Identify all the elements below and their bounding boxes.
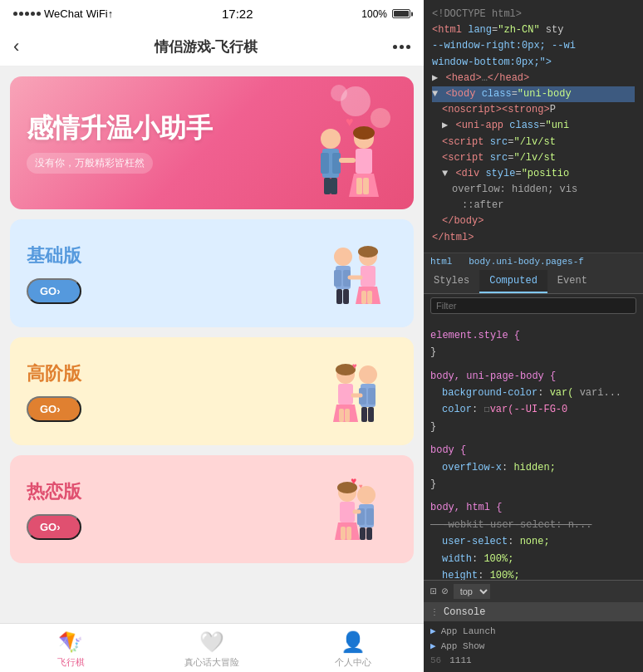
css-rule-webkit-select: -webkit-user-select: n...	[430, 517, 636, 533]
console-row-2: ▶ App Show	[430, 640, 636, 655]
svg-point-2	[331, 85, 347, 101]
svg-rect-35	[345, 409, 350, 422]
html-line-3: --window-right:0px; --wi	[432, 38, 635, 54]
card-basic-title: 基础版	[27, 243, 81, 268]
card-basic: 基础版 GO›	[10, 219, 414, 327]
tab-computed[interactable]: Computed	[479, 270, 547, 293]
svg-rect-19	[334, 270, 341, 287]
filter-input[interactable]	[430, 297, 636, 314]
svg-text:♥: ♥	[352, 361, 357, 370]
svg-point-17	[334, 248, 352, 266]
tab-profile-label: 个人中心	[335, 656, 371, 669]
status-right: 100%	[361, 8, 410, 20]
svg-rect-21	[336, 289, 342, 304]
css-rule-width: width: 100%;	[430, 551, 636, 567]
tab-flight-chess[interactable]: 🪁 飞行棋	[0, 630, 141, 669]
svg-rect-11	[356, 149, 372, 174]
console-text-2: App Show	[441, 640, 485, 655]
battery-icon	[392, 9, 410, 18]
svg-rect-55	[366, 527, 372, 540]
card-advanced-title: 高阶版	[27, 361, 81, 386]
svg-rect-53	[366, 508, 374, 525]
toolbar-context-select[interactable]: top	[454, 584, 490, 599]
svg-rect-28	[367, 291, 372, 304]
tab-flight-chess-label: 飞行棋	[57, 656, 85, 669]
svg-rect-5	[321, 153, 329, 174]
tab-profile[interactable]: 👤 个人中心	[282, 630, 424, 669]
html-line-14: </body>	[432, 213, 635, 229]
css-rule-overflow: overflow-x: hidden;	[430, 459, 636, 476]
console-text-1: App Launch	[441, 625, 496, 640]
svg-rect-13	[356, 178, 362, 194]
card-romance-image: ♥ ♥	[314, 472, 397, 547]
banner-subtitle: 没有你，万般精彩皆枉然	[27, 153, 153, 174]
card-advanced: 高阶版 GO›	[10, 337, 414, 445]
svg-point-1	[371, 108, 390, 128]
devtools-panel: <!DOCTYPE html> <html lang="zh-CN" sty -…	[424, 0, 643, 672]
tab-styles[interactable]: Styles	[424, 270, 479, 293]
card-romance-go-button[interactable]: GO›	[27, 514, 81, 540]
svg-rect-49	[346, 527, 351, 540]
svg-rect-27	[361, 291, 366, 304]
card-romance: 热恋版 GO›	[10, 455, 414, 563]
card-advanced-left: 高阶版 GO›	[27, 361, 81, 422]
css-rule-body2-selector: body {	[430, 442, 636, 459]
svg-rect-39	[368, 388, 375, 405]
html-line-2: <html lang="zh-CN" sty	[432, 22, 635, 38]
signal-dot-1	[13, 12, 17, 16]
tab-event[interactable]: Event	[547, 270, 597, 293]
html-line-6[interactable]: ▼ <body class="uni-body	[432, 86, 635, 102]
signal-dot-2	[19, 12, 23, 16]
console-toggle-icon: ⋮	[430, 607, 439, 617]
css-rules-section: element.style { } body, uni-page-body { …	[424, 317, 643, 580]
more-dot-1	[393, 45, 397, 49]
tab-bar: 🪁 飞行棋 🤍 真心话大冒险 👤 个人中心	[0, 623, 424, 672]
content-area: 感情升温小助手 没有你，万般精彩皆枉然	[0, 66, 424, 623]
card-basic-go-button[interactable]: GO›	[27, 278, 81, 304]
breadcrumb-html[interactable]: html	[430, 257, 452, 267]
signal-dot-4	[31, 12, 35, 16]
toolbar-block-btn[interactable]: ⊘	[442, 585, 449, 598]
svg-text:♥: ♥	[351, 475, 356, 487]
console-row-1: ▶ App Launch	[430, 625, 636, 640]
card-romance-left: 热恋版 GO›	[27, 479, 81, 540]
devtools-breadcrumb: html body.uni-body.pages-f	[424, 253, 643, 270]
card-advanced-go-button[interactable]: GO›	[27, 396, 81, 422]
more-button[interactable]	[393, 45, 410, 49]
html-line-10: <script src="/lv/st	[432, 150, 635, 166]
svg-rect-25	[361, 266, 375, 287]
more-dot-2	[400, 45, 404, 49]
banner: 感情升温小助手 没有你，万般精彩皆枉然	[10, 76, 414, 209]
tab-truth-dare[interactable]: 🤍 真心话大冒险	[141, 630, 282, 669]
svg-text:♥: ♥	[359, 483, 363, 490]
html-line-5: ▶ <head>…</head>	[432, 71, 635, 86]
devtools-filter-container	[424, 294, 643, 317]
nav-title: 情侣游戏-飞行棋	[155, 37, 258, 56]
app-name: WeChat	[44, 7, 83, 20]
console-arrow-icon-1: ▶	[430, 625, 436, 640]
signal-dots	[13, 12, 41, 16]
css-rule-body2-close: }	[430, 476, 636, 493]
battery-percent: 100%	[361, 8, 387, 20]
console-header[interactable]: ⋮ Console	[424, 603, 643, 621]
svg-point-24	[358, 246, 378, 258]
card-advanced-image: ♥	[314, 354, 397, 429]
advanced-couple-svg: ♥	[314, 354, 397, 429]
signal-dot-5	[37, 12, 41, 16]
toolbar-inspect-btn[interactable]: ⊡	[430, 585, 437, 598]
html-line-9: <script src="/lv/st	[432, 135, 635, 150]
html-line-1: <!DOCTYPE html>	[432, 7, 635, 22]
svg-rect-32	[338, 384, 353, 405]
css-rule-body-bg: background-color: var( vari...	[430, 385, 636, 401]
devtools-tabs: Styles Computed Event	[424, 270, 643, 294]
back-button[interactable]: ‹	[13, 36, 19, 57]
svg-rect-6	[332, 153, 341, 174]
status-bar: WeChat WiFi↑ 17:22 100%	[0, 0, 424, 27]
svg-rect-48	[341, 527, 346, 540]
svg-rect-54	[360, 527, 366, 540]
romance-couple-svg: ♥ ♥	[314, 472, 397, 547]
tab-flight-chess-icon: 🪁	[58, 630, 83, 654]
breadcrumb-body[interactable]: body.uni-body.pages-f	[469, 257, 584, 267]
css-rule-bodyhtml-selector: body, html {	[430, 499, 636, 516]
html-line-4: window-bottom:0px;">	[432, 55, 635, 71]
